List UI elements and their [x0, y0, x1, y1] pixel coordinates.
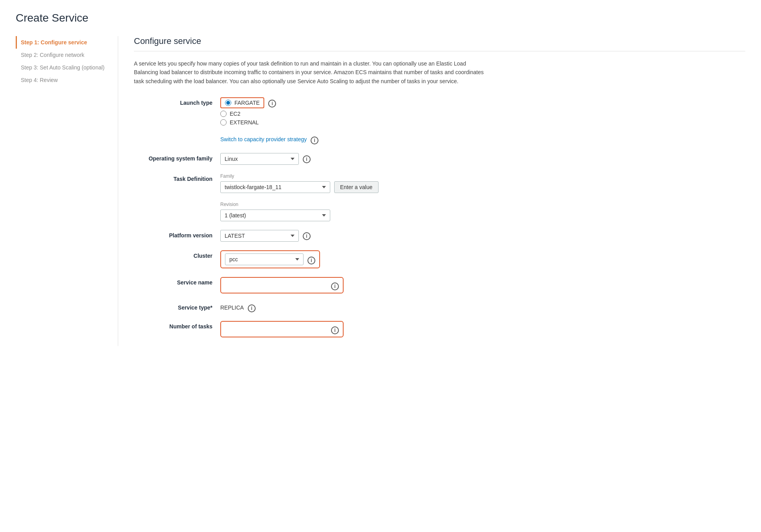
launch-type-radio-group: FARGATE EC2 EXTERNAL: [220, 97, 264, 126]
fargate-highlighted-wrapper: FARGATE: [220, 97, 264, 108]
service-name-label: Service name: [134, 277, 220, 286]
task-def-revision-group: Revision 1 (latest): [220, 202, 330, 221]
task-def-revision-select[interactable]: 1 (latest): [220, 210, 330, 221]
platform-version-info-icon[interactable]: i: [303, 232, 311, 240]
task-def-controls: Family twistlock-fargate-18_11 Enter a v…: [220, 173, 487, 193]
task-def-label: Task Definition: [134, 173, 220, 182]
launch-type-label: Launch type: [134, 97, 220, 106]
os-family-controls: Linux Windows i: [220, 153, 487, 165]
service-type-info-icon[interactable]: i: [248, 304, 256, 312]
number-of-tasks-info-icon[interactable]: i: [331, 326, 339, 334]
capacity-info-icon[interactable]: i: [311, 137, 318, 144]
launch-type-external-option[interactable]: EXTERNAL: [220, 119, 264, 126]
service-name-info-icon[interactable]: i: [331, 282, 339, 290]
cluster-controls: pcc i: [220, 250, 487, 268]
task-def-family-select[interactable]: twistlock-fargate-18_11: [220, 181, 330, 193]
service-name-controls: i: [220, 277, 487, 293]
platform-version-select[interactable]: LATEST: [220, 230, 299, 242]
page-title: Create Service: [16, 12, 745, 24]
service-type-value: REPLICA: [220, 302, 244, 311]
platform-version-controls: LATEST i: [220, 230, 487, 242]
sidebar-item-step3[interactable]: Step 3: Set Auto Scaling (optional): [16, 61, 106, 74]
number-of-tasks-controls: i: [220, 321, 487, 337]
cluster-row: Cluster pcc i: [134, 250, 487, 268]
task-def-family-sublabel: Family: [220, 173, 379, 179]
external-label: EXTERNAL: [230, 119, 259, 126]
launch-type-external-radio[interactable]: [220, 119, 227, 126]
number-of-tasks-label: Number of tasks: [134, 321, 220, 330]
service-type-controls: REPLICA i: [220, 302, 487, 312]
launch-type-row: Launch type FARGATE EC2: [134, 97, 487, 126]
task-def-family-group: Family twistlock-fargate-18_11 Enter a v…: [220, 173, 379, 193]
sidebar: Step 1: Configure service Step 2: Config…: [16, 36, 118, 346]
task-def-row: Task Definition Family twistlock-fargate…: [134, 173, 487, 193]
task-def-revision-empty-label: [134, 202, 220, 204]
task-def-revision-sublabel: Revision: [220, 202, 330, 207]
launch-type-fargate-option[interactable]: FARGATE: [220, 97, 264, 108]
service-type-row: Service type* REPLICA i: [134, 302, 487, 312]
switch-capacity-row: Switch to capacity provider strategy i: [134, 134, 745, 144]
os-family-select[interactable]: Linux Windows: [220, 153, 299, 165]
cluster-highlighted-wrapper: pcc i: [220, 250, 320, 268]
cluster-label: Cluster: [134, 250, 220, 259]
service-name-row: Service name i: [134, 277, 487, 293]
switch-capacity-link[interactable]: Switch to capacity provider strategy: [220, 136, 307, 142]
launch-type-ec2-option[interactable]: EC2: [220, 111, 264, 117]
sidebar-item-step1[interactable]: Step 1: Configure service: [16, 36, 106, 49]
number-of-tasks-highlighted-wrapper: i: [220, 321, 344, 337]
service-type-label: Service type*: [134, 302, 220, 311]
platform-version-label: Platform version: [134, 230, 220, 239]
section-title: Configure service: [134, 36, 745, 46]
os-family-label: Operating system family: [134, 153, 220, 162]
task-def-revision-controls: Revision 1 (latest): [220, 202, 487, 221]
cluster-info-icon[interactable]: i: [307, 257, 315, 264]
number-of-tasks-row: Number of tasks i: [134, 321, 487, 337]
os-family-row: Operating system family Linux Windows i: [134, 153, 487, 165]
launch-type-ec2-radio[interactable]: [220, 111, 227, 117]
launch-type-controls: FARGATE EC2 EXTERNAL i: [220, 97, 487, 126]
task-def-revision-row: Revision 1 (latest): [134, 202, 487, 221]
launch-type-info-icon[interactable]: i: [268, 100, 276, 107]
number-of-tasks-input[interactable]: [225, 325, 327, 333]
fargate-label: FARGATE: [234, 100, 260, 106]
section-divider: [134, 51, 745, 51]
service-name-highlighted-wrapper: i: [220, 277, 344, 293]
section-description: A service lets you specify how many copi…: [134, 59, 487, 86]
main-content: Configure service A service lets you spe…: [118, 36, 745, 346]
cluster-select[interactable]: pcc: [225, 253, 304, 265]
service-name-input[interactable]: [225, 281, 327, 289]
enter-value-button[interactable]: Enter a value: [334, 181, 379, 193]
platform-version-row: Platform version LATEST i: [134, 230, 487, 242]
os-family-info-icon[interactable]: i: [303, 155, 311, 163]
launch-type-fargate-radio[interactable]: [225, 100, 231, 106]
sidebar-item-step4[interactable]: Step 4: Review: [16, 74, 106, 86]
ec2-label: EC2: [230, 111, 240, 117]
sidebar-item-step2[interactable]: Step 2: Configure network: [16, 49, 106, 61]
